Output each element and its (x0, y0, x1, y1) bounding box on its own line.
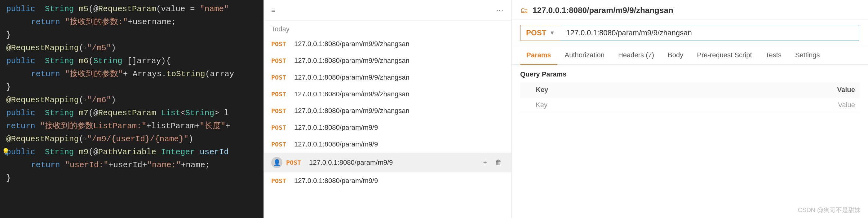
method-label: POST (526, 29, 546, 37)
code-line: } (0, 172, 264, 185)
history-url: 127.0.0.1:8080/param/m9/9 (294, 140, 504, 148)
code-line: public String m6(String []array){ (0, 54, 264, 68)
history-url: 127.0.0.1:8080/param/m9/9/zhangsan (294, 57, 504, 65)
history-list-item[interactable]: POST 127.0.0.1:8080/param/m9/9 (264, 119, 511, 136)
history-panel: ≡ ··· Today POST 127.0.0.1:8080/param/m9… (264, 0, 512, 218)
watermark: CSDN @狗哥不是甜妹 (798, 206, 861, 214)
method-badge: POST (271, 141, 290, 148)
history-section-label: Today (264, 21, 511, 36)
code-line: @RequestMapping(☞"/m9/{userId}/{name}") (0, 133, 264, 146)
code-editor-panel: public String m5(@RequestParam(value = "… (0, 0, 264, 218)
history-url: 127.0.0.1:8080/param/m9/9/zhangsan (294, 90, 504, 98)
tab-params[interactable]: Params (520, 46, 557, 65)
history-url: 127.0.0.1:8080/param/m9/9/zhangsan (294, 40, 504, 48)
history-list-item[interactable]: POST 127.0.0.1:8080/param/m9/9/zhangsan (264, 36, 511, 52)
more-options-icon[interactable]: ··· (496, 6, 504, 14)
add-item-button[interactable]: + (481, 158, 489, 167)
query-params-label: Query Params (520, 70, 859, 78)
delete-item-button[interactable]: 🗑 (493, 158, 504, 167)
params-key-cell[interactable]: Key (531, 97, 677, 113)
request-panel: 🗂 127.0.0.1:8080/param/m9/9/zhangsan POS… (512, 0, 868, 218)
params-value-header: Value (677, 83, 859, 97)
params-key-header: Key (531, 83, 677, 97)
tab-headers[interactable]: Headers (7) (612, 46, 660, 65)
code-line: @RequestMapping(☞"/m6") (0, 94, 264, 107)
lightbulb-icon: 💡 (2, 146, 10, 158)
tab-pre-request-script[interactable]: Pre-request Script (691, 46, 758, 65)
method-badge: POST (271, 74, 290, 81)
method-select[interactable]: POST ▼ (520, 25, 560, 41)
postman-icon: 🗂 (520, 6, 528, 15)
history-url: 127.0.0.1:8080/param/m9/9/zhangsan (294, 73, 504, 81)
history-url: 127.0.0.1:8080/param/m9/9 (294, 123, 504, 132)
request-title-bar: 🗂 127.0.0.1:8080/param/m9/9/zhangsan (512, 0, 868, 20)
history-list-item[interactable]: POST 127.0.0.1:8080/param/m9/9 (264, 173, 511, 189)
code-line: public String m5(@RequestParam(value = "… (0, 2, 264, 15)
code-line: } (0, 29, 264, 41)
method-badge: POST (271, 40, 290, 48)
code-content: public String m5(@RequestParam(value = "… (0, 0, 264, 187)
tab-body[interactable]: Body (661, 46, 689, 65)
history-list: POST 127.0.0.1:8080/param/m9/9/zhangsan … (264, 36, 511, 189)
code-line: public String m7(@RequestParam List<Stri… (0, 107, 264, 119)
history-url: 127.0.0.1:8080/param/m9/9/zhangsan (294, 107, 504, 115)
history-list-item[interactable]: 👤 POST 127.0.0.1:8080/param/m9/9 + 🗑 (264, 153, 511, 173)
params-row-checkbox (520, 97, 531, 113)
tab-authorization[interactable]: Authorization (559, 46, 611, 65)
avatar-icon: 👤 (271, 157, 282, 168)
method-badge: POST (271, 124, 290, 131)
tab-tests[interactable]: Tests (760, 46, 788, 65)
method-badge: POST (271, 57, 290, 64)
chevron-down-icon: ▼ (549, 30, 555, 36)
url-input[interactable] (560, 25, 859, 41)
history-list-item[interactable]: POST 127.0.0.1:8080/param/m9/9/zhangsan (264, 86, 511, 103)
tab-settings[interactable]: Settings (789, 46, 826, 65)
method-badge: POST (271, 177, 290, 185)
history-url: 127.0.0.1:8080/param/m9/9 (309, 158, 481, 167)
code-line: @RequestMapping(☞"/m5") (0, 41, 264, 54)
history-list-item[interactable]: POST 127.0.0.1:8080/param/m9/9/zhangsan (264, 69, 511, 86)
filter-icon[interactable]: ≡ (271, 6, 275, 14)
request-url-bar: POST ▼ (512, 20, 868, 46)
code-line: return "接收到的参数:"+username; (0, 15, 264, 29)
query-params-section: Query Params Key Value Key Value (512, 65, 868, 115)
code-line: return "userId:"+userId+"name:"+name; (0, 158, 264, 172)
history-list-item[interactable]: POST 127.0.0.1:8080/param/m9/9 (264, 136, 511, 153)
params-checkbox-header (520, 83, 531, 97)
history-url: 127.0.0.1:8080/param/m9/9 (294, 177, 504, 185)
method-badge: POST (286, 159, 305, 166)
code-line: return "接收到的参数ListParam:"+listParam+"长度"… (0, 119, 264, 133)
code-line: return "接收到的参数"+ Arrays.toString(array (0, 68, 264, 80)
request-title: 127.0.0.1:8080/param/m9/9/zhangsan (533, 6, 673, 15)
history-list-item[interactable]: POST 127.0.0.1:8080/param/m9/9/zhangsan (264, 103, 511, 119)
method-badge: POST (271, 107, 290, 115)
params-placeholder-row: Key Value (520, 97, 859, 113)
history-list-item[interactable]: POST 127.0.0.1:8080/param/m9/9/zhangsan (264, 52, 511, 69)
history-header: ≡ ··· (264, 0, 511, 21)
code-line: } (0, 80, 264, 94)
code-line: 💡 public String m9(@PathVariable Integer… (0, 146, 264, 158)
params-table: Key Value Key Value (520, 83, 859, 113)
request-tabs: Params Authorization Headers (7) Body Pr… (512, 46, 868, 65)
params-value-cell[interactable]: Value (677, 97, 859, 113)
method-badge: POST (271, 90, 290, 98)
history-actions: + 🗑 (481, 158, 504, 167)
